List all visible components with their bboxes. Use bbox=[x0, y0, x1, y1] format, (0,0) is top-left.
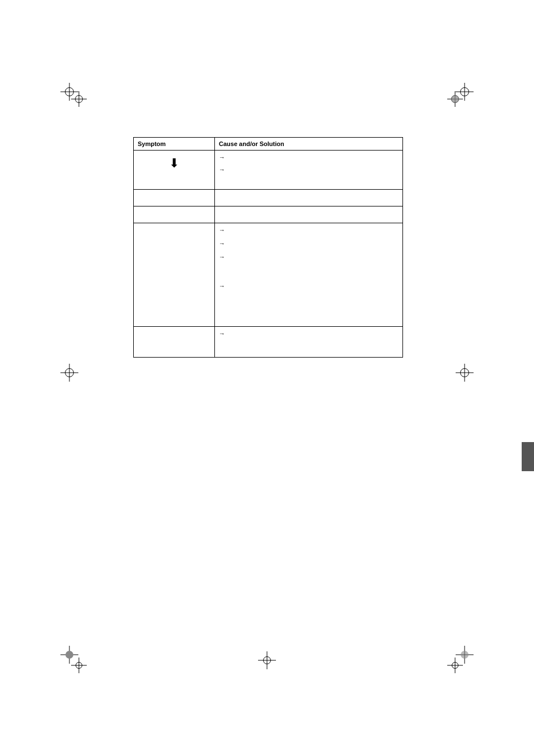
symptom-cell bbox=[134, 206, 215, 223]
table-row bbox=[134, 206, 403, 223]
troubleshoot-table: Symptom Cause and/or Solution ⬇ → → bbox=[133, 137, 403, 358]
arrow-1: → bbox=[219, 154, 399, 161]
symptom-cell: ⬇ bbox=[134, 151, 215, 190]
arrow-3: → bbox=[219, 253, 399, 260]
reg-mark-bottom-center bbox=[258, 651, 276, 669]
download-icon: ⬇ bbox=[138, 156, 210, 171]
troubleshoot-table-container: Symptom Cause and/or Solution ⬇ → → bbox=[133, 137, 403, 358]
arrow-1: → bbox=[219, 330, 399, 337]
table-row: → → → → bbox=[134, 223, 403, 327]
solution-cell: → → bbox=[215, 151, 403, 190]
table-header-row: Symptom Cause and/or Solution bbox=[134, 138, 403, 151]
reg-mark-bottom-right-2 bbox=[456, 646, 474, 664]
reg-mark-bottom-left-2 bbox=[71, 658, 87, 673]
table-row: → bbox=[134, 327, 403, 358]
solution-cell: → bbox=[215, 327, 403, 358]
table-row bbox=[134, 190, 403, 206]
arrow-4: → bbox=[219, 283, 399, 289]
symptom-cell bbox=[134, 223, 215, 327]
reg-mark-mid-left bbox=[60, 364, 78, 382]
side-tab bbox=[522, 442, 534, 471]
arrow-2: → bbox=[219, 240, 399, 247]
symptom-cell bbox=[134, 327, 215, 358]
symptom-header: Symptom bbox=[134, 138, 215, 151]
solution-cell bbox=[215, 206, 403, 223]
solution-cell bbox=[215, 190, 403, 206]
reg-mark-mid-right bbox=[456, 364, 474, 382]
symptom-cell bbox=[134, 190, 215, 206]
table-row: ⬇ → → bbox=[134, 151, 403, 190]
arrow-2: → bbox=[219, 166, 399, 173]
reg-mark-top-left-inner bbox=[71, 91, 87, 107]
solution-cell: → → → → bbox=[215, 223, 403, 327]
arrow-1: → bbox=[219, 227, 399, 233]
reg-mark-top-right-inner bbox=[447, 91, 463, 107]
solution-header: Cause and/or Solution bbox=[215, 138, 403, 151]
